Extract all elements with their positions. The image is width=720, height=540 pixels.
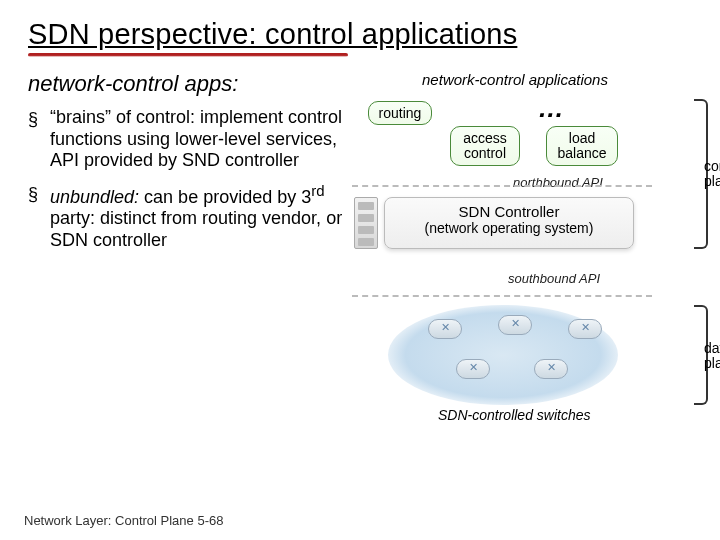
title-underline (28, 53, 348, 57)
diagram-area: network-control applications routing acc… (358, 71, 702, 491)
app-load-balance-box: load balance (546, 126, 618, 166)
controller-title: SDN Controller (385, 203, 633, 220)
southbound-api-label: southbound API (508, 271, 600, 286)
apps-header-label: network-control applications (358, 71, 672, 88)
switch-icon (498, 315, 532, 335)
server-icon (354, 197, 378, 249)
controller-subtitle: (network operating system) (385, 220, 633, 236)
sdn-controller-box: SDN Controller (network operating system… (384, 197, 634, 249)
slide-footer: Network Layer: Control Plane 5-68 (24, 513, 223, 528)
control-plane-label: control plane (704, 159, 720, 188)
switch-icon (534, 359, 568, 379)
divider-dashed (352, 295, 652, 297)
app-routing-box: routing (368, 101, 432, 125)
app-access-control-box: access control (450, 126, 520, 166)
bullet-list: “brains” of control: implement control f… (28, 107, 348, 252)
bullet-item: unbundled: can be provided by 3rd party:… (28, 182, 348, 252)
divider-dashed (352, 185, 652, 187)
ellipsis-icon: … (538, 93, 564, 124)
northbound-api-label: northbound API (513, 175, 603, 190)
switch-icon (568, 319, 602, 339)
switch-icon (428, 319, 462, 339)
left-column: network-control apps: “brains” of contro… (28, 71, 348, 491)
switch-icon (456, 359, 490, 379)
data-plane-label: data plane (704, 341, 720, 370)
slide-title: SDN perspective: control applications (28, 18, 702, 51)
bullet-item: “brains” of control: implement control f… (28, 107, 348, 172)
subheading: network-control apps: (28, 71, 348, 97)
switches-label: SDN-controlled switches (438, 407, 591, 423)
